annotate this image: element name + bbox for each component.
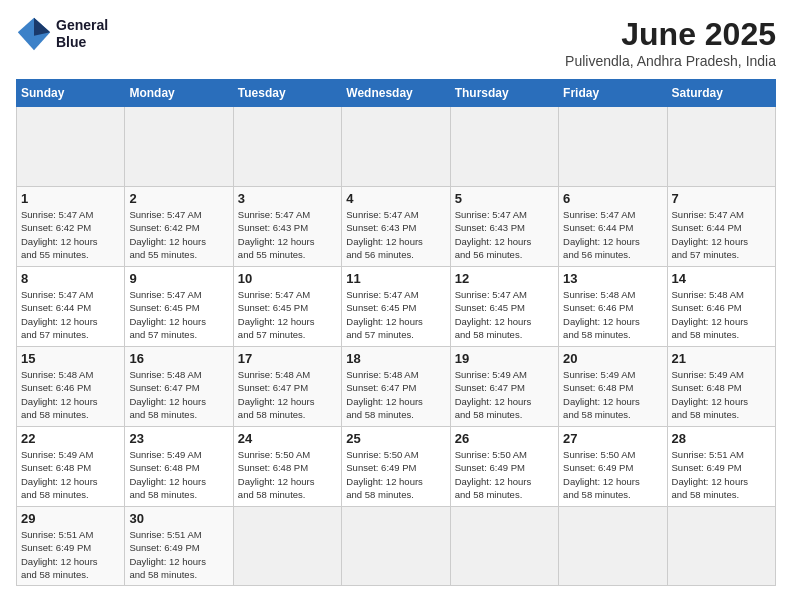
day-info: Sunrise: 5:51 AM Sunset: 6:49 PM Dayligh… [129, 528, 228, 581]
day-info: Sunrise: 5:49 AM Sunset: 6:48 PM Dayligh… [672, 368, 771, 421]
calendar-cell [559, 507, 667, 586]
day-number: 8 [21, 271, 120, 286]
calendar-cell: 16Sunrise: 5:48 AM Sunset: 6:47 PM Dayli… [125, 347, 233, 427]
page-header: General Blue June 2025 Pulivendla, Andhr… [16, 16, 776, 69]
day-number: 4 [346, 191, 445, 206]
day-info: Sunrise: 5:50 AM Sunset: 6:49 PM Dayligh… [455, 448, 554, 501]
day-info: Sunrise: 5:48 AM Sunset: 6:46 PM Dayligh… [672, 288, 771, 341]
day-info: Sunrise: 5:47 AM Sunset: 6:45 PM Dayligh… [129, 288, 228, 341]
day-number: 20 [563, 351, 662, 366]
calendar-cell: 7Sunrise: 5:47 AM Sunset: 6:44 PM Daylig… [667, 187, 775, 267]
calendar-cell: 18Sunrise: 5:48 AM Sunset: 6:47 PM Dayli… [342, 347, 450, 427]
calendar-cell: 14Sunrise: 5:48 AM Sunset: 6:46 PM Dayli… [667, 267, 775, 347]
day-number: 22 [21, 431, 120, 446]
day-info: Sunrise: 5:48 AM Sunset: 6:47 PM Dayligh… [129, 368, 228, 421]
calendar-cell: 28Sunrise: 5:51 AM Sunset: 6:49 PM Dayli… [667, 427, 775, 507]
calendar-cell [342, 107, 450, 187]
day-info: Sunrise: 5:49 AM Sunset: 6:48 PM Dayligh… [21, 448, 120, 501]
calendar-cell: 30Sunrise: 5:51 AM Sunset: 6:49 PM Dayli… [125, 507, 233, 586]
calendar-week-row: 8Sunrise: 5:47 AM Sunset: 6:44 PM Daylig… [17, 267, 776, 347]
weekday-header: Sunday [17, 80, 125, 107]
day-info: Sunrise: 5:48 AM Sunset: 6:47 PM Dayligh… [238, 368, 337, 421]
day-number: 3 [238, 191, 337, 206]
calendar-cell: 3Sunrise: 5:47 AM Sunset: 6:43 PM Daylig… [233, 187, 341, 267]
day-number: 18 [346, 351, 445, 366]
calendar-cell [450, 507, 558, 586]
day-number: 5 [455, 191, 554, 206]
day-info: Sunrise: 5:51 AM Sunset: 6:49 PM Dayligh… [21, 528, 120, 581]
calendar-cell: 24Sunrise: 5:50 AM Sunset: 6:48 PM Dayli… [233, 427, 341, 507]
day-number: 29 [21, 511, 120, 526]
calendar-cell: 2Sunrise: 5:47 AM Sunset: 6:42 PM Daylig… [125, 187, 233, 267]
day-number: 13 [563, 271, 662, 286]
day-number: 6 [563, 191, 662, 206]
day-number: 10 [238, 271, 337, 286]
day-info: Sunrise: 5:47 AM Sunset: 6:43 PM Dayligh… [455, 208, 554, 261]
day-number: 7 [672, 191, 771, 206]
day-info: Sunrise: 5:47 AM Sunset: 6:42 PM Dayligh… [21, 208, 120, 261]
day-info: Sunrise: 5:49 AM Sunset: 6:47 PM Dayligh… [455, 368, 554, 421]
calendar-cell: 6Sunrise: 5:47 AM Sunset: 6:44 PM Daylig… [559, 187, 667, 267]
logo-icon [16, 16, 52, 52]
day-number: 14 [672, 271, 771, 286]
calendar-cell [667, 507, 775, 586]
day-number: 2 [129, 191, 228, 206]
calendar-cell: 22Sunrise: 5:49 AM Sunset: 6:48 PM Dayli… [17, 427, 125, 507]
calendar-cell: 21Sunrise: 5:49 AM Sunset: 6:48 PM Dayli… [667, 347, 775, 427]
day-info: Sunrise: 5:47 AM Sunset: 6:43 PM Dayligh… [346, 208, 445, 261]
calendar-cell: 13Sunrise: 5:48 AM Sunset: 6:46 PM Dayli… [559, 267, 667, 347]
day-number: 9 [129, 271, 228, 286]
day-info: Sunrise: 5:49 AM Sunset: 6:48 PM Dayligh… [129, 448, 228, 501]
day-number: 27 [563, 431, 662, 446]
calendar-week-row: 22Sunrise: 5:49 AM Sunset: 6:48 PM Dayli… [17, 427, 776, 507]
calendar-cell: 10Sunrise: 5:47 AM Sunset: 6:45 PM Dayli… [233, 267, 341, 347]
title-area: June 2025 Pulivendla, Andhra Pradesh, In… [565, 16, 776, 69]
location-subtitle: Pulivendla, Andhra Pradesh, India [565, 53, 776, 69]
weekday-header: Thursday [450, 80, 558, 107]
weekday-header: Monday [125, 80, 233, 107]
calendar-cell [233, 107, 341, 187]
day-info: Sunrise: 5:51 AM Sunset: 6:49 PM Dayligh… [672, 448, 771, 501]
day-number: 12 [455, 271, 554, 286]
day-info: Sunrise: 5:48 AM Sunset: 6:46 PM Dayligh… [563, 288, 662, 341]
calendar-cell: 12Sunrise: 5:47 AM Sunset: 6:45 PM Dayli… [450, 267, 558, 347]
day-info: Sunrise: 5:48 AM Sunset: 6:47 PM Dayligh… [346, 368, 445, 421]
calendar-cell: 5Sunrise: 5:47 AM Sunset: 6:43 PM Daylig… [450, 187, 558, 267]
calendar-cell: 23Sunrise: 5:49 AM Sunset: 6:48 PM Dayli… [125, 427, 233, 507]
calendar-cell [17, 107, 125, 187]
day-info: Sunrise: 5:47 AM Sunset: 6:43 PM Dayligh… [238, 208, 337, 261]
weekday-header-row: SundayMondayTuesdayWednesdayThursdayFrid… [17, 80, 776, 107]
calendar-cell: 11Sunrise: 5:47 AM Sunset: 6:45 PM Dayli… [342, 267, 450, 347]
day-info: Sunrise: 5:47 AM Sunset: 6:44 PM Dayligh… [672, 208, 771, 261]
calendar-cell [450, 107, 558, 187]
day-number: 23 [129, 431, 228, 446]
day-number: 11 [346, 271, 445, 286]
calendar-cell: 4Sunrise: 5:47 AM Sunset: 6:43 PM Daylig… [342, 187, 450, 267]
calendar-week-row: 15Sunrise: 5:48 AM Sunset: 6:46 PM Dayli… [17, 347, 776, 427]
calendar-cell: 15Sunrise: 5:48 AM Sunset: 6:46 PM Dayli… [17, 347, 125, 427]
day-info: Sunrise: 5:49 AM Sunset: 6:48 PM Dayligh… [563, 368, 662, 421]
calendar-cell: 9Sunrise: 5:47 AM Sunset: 6:45 PM Daylig… [125, 267, 233, 347]
calendar-cell [125, 107, 233, 187]
calendar-cell [342, 507, 450, 586]
day-number: 26 [455, 431, 554, 446]
weekday-header: Wednesday [342, 80, 450, 107]
weekday-header: Saturday [667, 80, 775, 107]
calendar-cell: 29Sunrise: 5:51 AM Sunset: 6:49 PM Dayli… [17, 507, 125, 586]
calendar-cell: 8Sunrise: 5:47 AM Sunset: 6:44 PM Daylig… [17, 267, 125, 347]
logo-text: General Blue [56, 17, 108, 51]
weekday-header: Friday [559, 80, 667, 107]
calendar-cell: 1Sunrise: 5:47 AM Sunset: 6:42 PM Daylig… [17, 187, 125, 267]
calendar-cell: 19Sunrise: 5:49 AM Sunset: 6:47 PM Dayli… [450, 347, 558, 427]
calendar-cell: 26Sunrise: 5:50 AM Sunset: 6:49 PM Dayli… [450, 427, 558, 507]
calendar-cell: 17Sunrise: 5:48 AM Sunset: 6:47 PM Dayli… [233, 347, 341, 427]
day-info: Sunrise: 5:47 AM Sunset: 6:45 PM Dayligh… [238, 288, 337, 341]
calendar-week-row [17, 107, 776, 187]
day-info: Sunrise: 5:47 AM Sunset: 6:45 PM Dayligh… [455, 288, 554, 341]
day-number: 17 [238, 351, 337, 366]
calendar-table: SundayMondayTuesdayWednesdayThursdayFrid… [16, 79, 776, 586]
calendar-cell [233, 507, 341, 586]
day-number: 16 [129, 351, 228, 366]
day-number: 15 [21, 351, 120, 366]
month-title: June 2025 [565, 16, 776, 53]
